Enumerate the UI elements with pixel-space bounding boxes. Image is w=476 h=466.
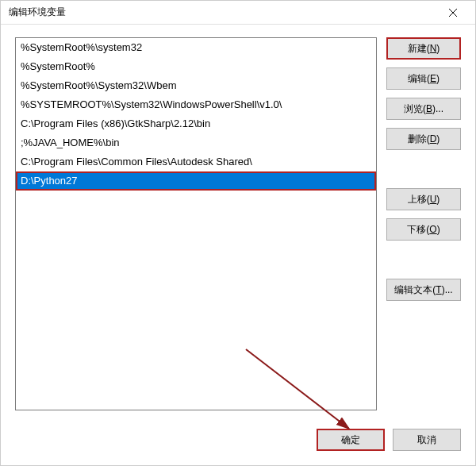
list-item[interactable]: %SYSTEMROOT%\System32\WindowsPowerShell\…	[16, 95, 376, 114]
cancel-button[interactable]: 取消	[393, 429, 461, 451]
close-button[interactable]	[437, 2, 469, 24]
close-icon	[449, 9, 457, 17]
delete-button[interactable]: 删除(D)	[386, 128, 461, 150]
movedown-button[interactable]: 下移(O)	[386, 218, 461, 241]
button-sidebar: 新建(N) 编辑(E) 浏览(B)... 删除(D) 上移(U) 下移(O) 编…	[386, 37, 461, 413]
edit-button[interactable]: 编辑(E)	[386, 67, 461, 90]
titlebar: 编辑环境变量	[1, 1, 475, 25]
list-item[interactable]: C:\Program Files\Common Files\Autodesk S…	[16, 152, 376, 171]
browse-button[interactable]: 浏览(B)...	[386, 98, 461, 120]
list-item[interactable]: %SystemRoot%\system32	[16, 38, 376, 57]
list-item[interactable]: %SystemRoot%	[16, 57, 376, 76]
dialog-edit-env-var: 编辑环境变量 %SystemRoot%\system32%SystemRoot%…	[0, 0, 476, 466]
ok-button[interactable]: 确定	[317, 429, 385, 451]
edittext-button[interactable]: 编辑文本(T)...	[386, 279, 461, 301]
dialog-footer: 确定 取消	[1, 421, 475, 465]
path-listbox[interactable]: %SystemRoot%\system32%SystemRoot%%System…	[15, 37, 377, 410]
content-area: %SystemRoot%\system32%SystemRoot%%System…	[1, 25, 475, 421]
moveup-button[interactable]: 上移(U)	[386, 188, 461, 210]
new-button[interactable]: 新建(N)	[386, 37, 461, 60]
list-item[interactable]: D:\Python27	[16, 171, 376, 191]
list-item[interactable]: %SystemRoot%\System32\Wbem	[16, 76, 376, 95]
list-item[interactable]: C:\Program Files (x86)\GtkSharp\2.12\bin	[16, 114, 376, 133]
dialog-title: 编辑环境变量	[9, 6, 66, 19]
list-item[interactable]: ;%JAVA_HOME%\bin	[16, 133, 376, 152]
